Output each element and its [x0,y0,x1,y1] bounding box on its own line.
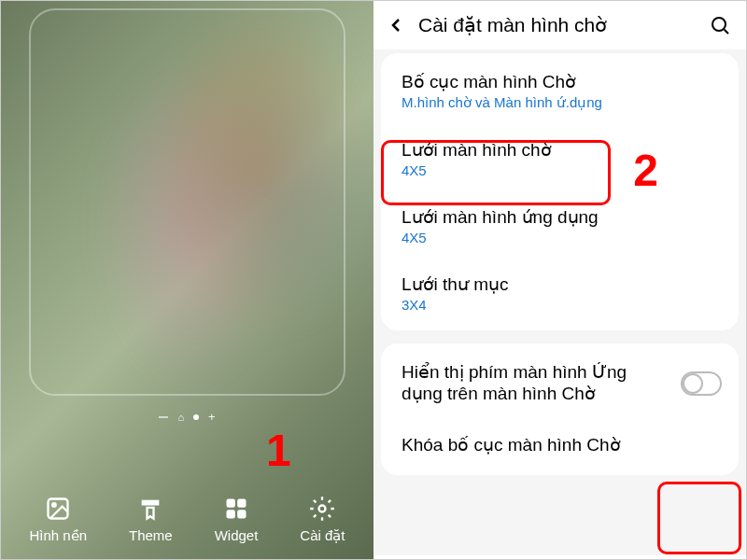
gear-icon [309,496,335,522]
setting-apps-grid[interactable]: Lưới màn hình ứng dụng 4X5 [381,192,739,259]
wallpaper-button[interactable]: Hình nền [25,490,91,550]
settings-group-layout: Bố cục màn hình Chờ M.hình chờ và Màn hì… [381,53,739,330]
theme-label: Theme [129,527,173,543]
settings-label: Cài đặt [300,527,345,544]
svg-point-1 [52,503,56,507]
settings-button[interactable]: Cài đặt [296,490,348,550]
pager-add-icon: + [208,410,216,424]
setting-value: 4X5 [402,162,718,178]
widget-label: Widget [215,527,259,543]
setting-value: 4X5 [402,230,718,245]
pager-dash-icon [159,416,168,418]
svg-point-7 [712,18,726,31]
chevron-left-icon [385,14,407,36]
setting-title: Khóa bố cục màn hình Chờ [402,434,718,455]
setting-title: Lưới màn hình chờ [402,139,718,161]
setting-title: Bố cục màn hình Chờ [402,71,718,92]
settings-group-display: Hiển thị phím màn hình Ứng dụng trên màn… [381,343,739,475]
pager-dot-icon [193,414,199,420]
setting-title: Lưới màn hình ứng dụng [402,206,718,228]
widget-button[interactable]: Widget [211,490,262,550]
wallpaper-icon [45,496,71,522]
search-button[interactable] [709,14,731,36]
widget-icon [223,496,249,522]
annotation-number-1: 1 [266,425,291,476]
svg-rect-2 [227,499,235,508]
back-button[interactable] [385,14,407,36]
search-icon [709,14,731,36]
bottom-toolbar: Hình nền Theme Widget Cài đặt [1,490,374,550]
setting-value: M.hình chờ và Màn hình ứ.dụng [402,94,718,111]
theme-icon [137,496,163,522]
wallpaper-label: Hình nền [29,527,87,544]
setting-title: Lưới thư mục [402,273,718,295]
svg-rect-3 [237,499,246,508]
svg-point-6 [319,506,326,512]
svg-rect-5 [237,510,246,518]
annotation-number-2: 2 [633,145,658,196]
setting-title: Hiển thị phím màn hình Ứng dụng trên màn… [402,361,663,404]
page-title: Cài đặt màn hình chờ [418,14,698,36]
pager-home-icon: ⌂ [177,412,184,423]
settings-body: Bố cục màn hình Chờ M.hình chờ và Màn hì… [374,49,746,555]
theme-button[interactable]: Theme [125,490,176,550]
setting-folder-grid[interactable]: Lưới thư mục 3X4 [381,259,739,327]
setting-home-layout[interactable]: Bố cục màn hình Chờ M.hình chờ và Màn hì… [381,57,739,125]
svg-rect-4 [227,510,235,518]
settings-header: Cài đặt màn hình chờ [374,1,746,49]
page-indicator[interactable]: ⌂ + [1,410,374,424]
setting-home-grid[interactable]: Lưới màn hình chờ 4X5 [381,125,739,192]
home-screen-edit-panel: ⌂ + Hình nền Theme Widget Cài đặt [1,1,374,559]
setting-value: 3X4 [402,297,718,313]
setting-show-apps-button[interactable]: Hiển thị phím màn hình Ứng dụng trên màn… [381,347,739,420]
setting-lock-layout[interactable]: Khóa bố cục màn hình Chờ [381,420,739,471]
home-screen-preview-frame[interactable] [29,8,345,396]
toggle-switch[interactable] [681,371,722,396]
home-screen-settings-panel: Cài đặt màn hình chờ Bố cục màn hình Chờ… [374,1,746,559]
